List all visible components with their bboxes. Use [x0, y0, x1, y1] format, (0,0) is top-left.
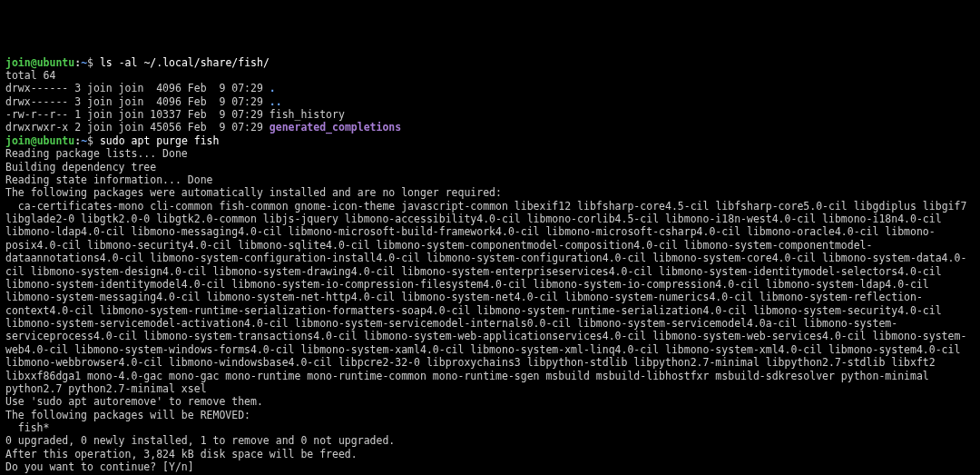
apt-package-list: ca-certificates-mono cli-common fish-com…: [5, 200, 975, 396]
prompt-dollar: $: [87, 56, 100, 69]
prompt-user: join: [5, 56, 31, 69]
prompt-host: ubuntu: [37, 56, 75, 69]
apt-remove-list: fish*: [5, 421, 49, 434]
prompt-line-2: join@ubuntu:~$ sudo apt purge fish: [5, 134, 219, 147]
apt-summary: 0 upgraded, 0 newly installed, 1 to remo…: [5, 434, 395, 447]
prompt-at: @: [31, 56, 37, 69]
ls1-row-dot: drwx------ 3 join join 4096 Feb 9 07:29 …: [5, 82, 276, 94]
ls1-row-dotdot: drwx------ 3 join join 4096 Feb 9 07:29 …: [5, 95, 282, 108]
apt-remove-header: The following packages will be REMOVED:: [5, 409, 250, 421]
terminal[interactable]: join@ubuntu:~$ ls -al ~/.local/share/fis…: [5, 56, 975, 476]
ls1-row-gencomp: drwxrwxr-x 2 join join 45056 Feb 9 07:29…: [5, 121, 401, 134]
apt-disk: After this operation, 3,824 kB disk spac…: [5, 448, 358, 460]
prompt-line-1: join@ubuntu:~$ ls -al ~/.local/share/fis…: [5, 56, 270, 69]
apt-auto-header: The following packages were automaticall…: [5, 186, 502, 199]
ls1-row-history: -rw-r--r-- 1 join join 10337 Feb 9 07:29…: [5, 108, 345, 121]
apt-dep-tree: Building dependency tree: [5, 161, 156, 173]
ls1-total: total 64: [5, 69, 55, 82]
command-purge: sudo apt purge fish: [100, 134, 220, 147]
apt-continue: Do you want to continue? [Y/n]: [5, 460, 194, 473]
apt-state: Reading state information... Done: [5, 173, 212, 186]
apt-autoremove-hint: Use 'sudo apt autoremove' to remove them…: [5, 395, 263, 408]
command-ls-1: ls -al ~/.local/share/fish/: [100, 56, 270, 69]
apt-read-list: Reading package lists... Done: [5, 147, 188, 160]
